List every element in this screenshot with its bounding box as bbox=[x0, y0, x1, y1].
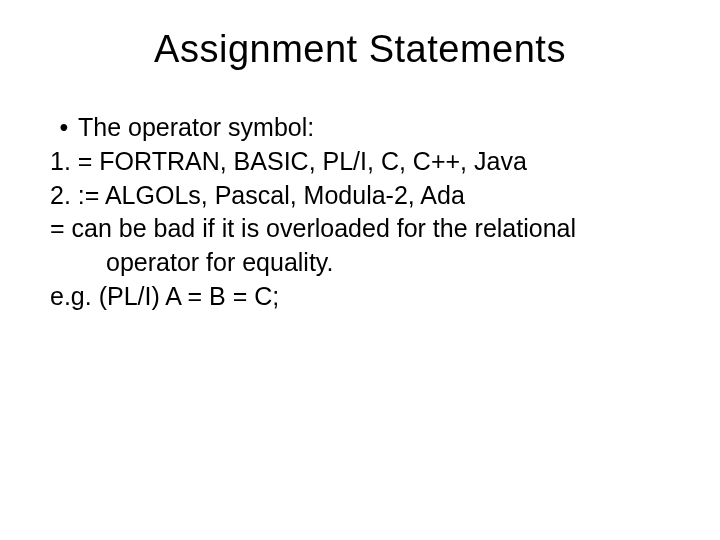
body-line: 1. = FORTRAN, BASIC, PL/I, C, C++, Java bbox=[50, 145, 680, 179]
slide-content: • The operator symbol: 1. = FORTRAN, BAS… bbox=[40, 111, 680, 314]
body-line: 2. := ALGOLs, Pascal, Modula-2, Ada bbox=[50, 179, 680, 213]
slide-title: Assignment Statements bbox=[40, 28, 680, 71]
body-line-indent: operator for equality. bbox=[50, 246, 680, 280]
body-line: e.g. (PL/I) A = B = C; bbox=[50, 280, 680, 314]
bullet-icon: • bbox=[50, 111, 78, 145]
line-text: The operator symbol: bbox=[78, 111, 314, 145]
body-line: = can be bad if it is overloaded for the… bbox=[50, 212, 680, 246]
bullet-line: • The operator symbol: bbox=[50, 111, 680, 145]
slide: Assignment Statements • The operator sym… bbox=[0, 0, 720, 540]
